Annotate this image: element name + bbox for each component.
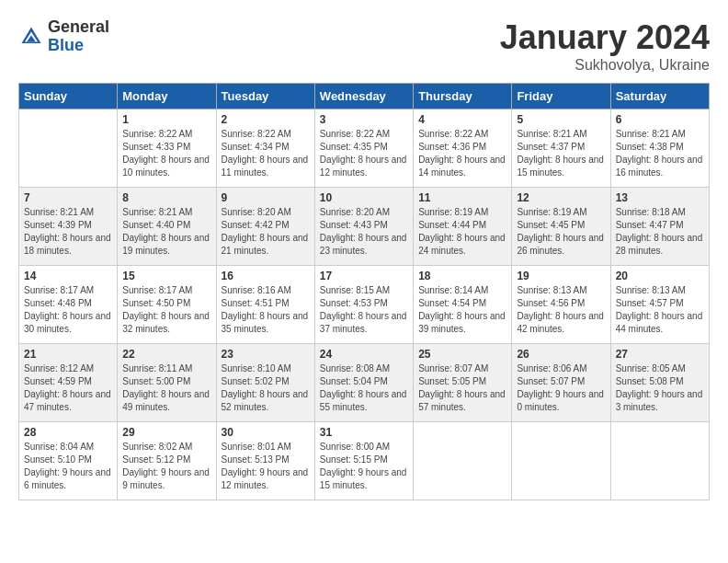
- calendar-cell: [512, 422, 610, 500]
- calendar-cell: 16Sunrise: 8:16 AM Sunset: 4:51 PM Dayli…: [216, 266, 314, 344]
- day-number: 12: [517, 191, 605, 204]
- weekday-header-saturday: Saturday: [610, 84, 709, 109]
- day-number: 25: [418, 348, 506, 361]
- day-number: 24: [320, 348, 408, 361]
- calendar-cell: 30Sunrise: 8:01 AM Sunset: 5:13 PM Dayli…: [216, 422, 314, 500]
- weekday-header-friday: Friday: [512, 84, 610, 109]
- month-title: January 2024: [500, 18, 710, 57]
- calendar-cell: 5Sunrise: 8:21 AM Sunset: 4:37 PM Daylig…: [512, 109, 610, 188]
- day-info: Sunrise: 8:14 AM Sunset: 4:54 PM Dayligh…: [418, 284, 506, 336]
- day-info: Sunrise: 8:20 AM Sunset: 4:42 PM Dayligh…: [222, 206, 310, 258]
- day-number: 30: [222, 426, 310, 439]
- weekday-header-wednesday: Wednesday: [314, 84, 413, 109]
- day-info: Sunrise: 8:08 AM Sunset: 5:04 PM Dayligh…: [320, 362, 408, 414]
- calendar-cell: 11Sunrise: 8:19 AM Sunset: 4:44 PM Dayli…: [414, 188, 512, 266]
- day-number: 20: [616, 270, 704, 282]
- day-info: Sunrise: 8:22 AM Sunset: 4:33 PM Dayligh…: [122, 128, 210, 179]
- calendar-cell: 20Sunrise: 8:13 AM Sunset: 4:57 PM Dayli…: [610, 266, 709, 344]
- day-info: Sunrise: 8:21 AM Sunset: 4:39 PM Dayligh…: [24, 206, 112, 258]
- day-number: 16: [222, 270, 310, 282]
- calendar-cell: 3Sunrise: 8:22 AM Sunset: 4:35 PM Daylig…: [314, 109, 413, 188]
- day-number: 5: [517, 113, 605, 126]
- day-number: 17: [320, 270, 408, 282]
- calendar-row: 28Sunrise: 8:04 AM Sunset: 5:10 PM Dayli…: [19, 422, 710, 500]
- calendar-cell: 23Sunrise: 8:10 AM Sunset: 5:02 PM Dayli…: [216, 344, 314, 422]
- weekday-header-monday: Monday: [118, 84, 216, 109]
- day-number: 21: [24, 348, 112, 361]
- calendar-cell: 18Sunrise: 8:14 AM Sunset: 4:54 PM Dayli…: [414, 266, 512, 344]
- day-info: Sunrise: 8:11 AM Sunset: 5:00 PM Dayligh…: [122, 362, 210, 414]
- calendar-cell: 27Sunrise: 8:05 AM Sunset: 5:08 PM Dayli…: [610, 344, 709, 422]
- calendar-cell: 12Sunrise: 8:19 AM Sunset: 4:45 PM Dayli…: [512, 188, 610, 266]
- day-info: Sunrise: 8:20 AM Sunset: 4:43 PM Dayligh…: [320, 206, 408, 258]
- day-number: 18: [418, 270, 506, 282]
- calendar-cell: 9Sunrise: 8:20 AM Sunset: 4:42 PM Daylig…: [216, 188, 314, 266]
- header: General Blue January 2024 Sukhovolya, Uk…: [18, 18, 710, 74]
- calendar-cell: 2Sunrise: 8:22 AM Sunset: 4:34 PM Daylig…: [216, 109, 314, 188]
- day-info: Sunrise: 8:21 AM Sunset: 4:37 PM Dayligh…: [517, 128, 605, 179]
- day-info: Sunrise: 8:22 AM Sunset: 4:36 PM Dayligh…: [418, 128, 506, 179]
- day-info: Sunrise: 8:18 AM Sunset: 4:47 PM Dayligh…: [616, 206, 704, 258]
- day-info: Sunrise: 8:06 AM Sunset: 5:07 PM Dayligh…: [517, 362, 605, 414]
- calendar-cell: 10Sunrise: 8:20 AM Sunset: 4:43 PM Dayli…: [314, 188, 413, 266]
- day-info: Sunrise: 8:12 AM Sunset: 4:59 PM Dayligh…: [24, 362, 112, 414]
- logo-icon: [18, 24, 44, 50]
- calendar-cell: 17Sunrise: 8:15 AM Sunset: 4:53 PM Dayli…: [314, 266, 413, 344]
- calendar-cell: 13Sunrise: 8:18 AM Sunset: 4:47 PM Dayli…: [610, 188, 709, 266]
- location-title: Sukhovolya, Ukraine: [500, 57, 710, 74]
- day-info: Sunrise: 8:01 AM Sunset: 5:13 PM Dayligh…: [222, 441, 310, 492]
- calendar-cell: 22Sunrise: 8:11 AM Sunset: 5:00 PM Dayli…: [118, 344, 216, 422]
- day-info: Sunrise: 8:13 AM Sunset: 4:56 PM Dayligh…: [517, 284, 605, 336]
- calendar-row: 1Sunrise: 8:22 AM Sunset: 4:33 PM Daylig…: [19, 109, 710, 188]
- day-info: Sunrise: 8:22 AM Sunset: 4:34 PM Dayligh…: [222, 128, 310, 179]
- day-number: 11: [418, 191, 506, 204]
- calendar-cell: 19Sunrise: 8:13 AM Sunset: 4:56 PM Dayli…: [512, 266, 610, 344]
- weekday-header-tuesday: Tuesday: [216, 84, 314, 109]
- weekday-header-thursday: Thursday: [414, 84, 512, 109]
- calendar-cell: 21Sunrise: 8:12 AM Sunset: 4:59 PM Dayli…: [19, 344, 118, 422]
- logo-blue-label: Blue: [48, 37, 109, 55]
- day-number: 19: [517, 270, 605, 282]
- day-info: Sunrise: 8:17 AM Sunset: 4:48 PM Dayligh…: [24, 284, 112, 336]
- day-info: Sunrise: 8:21 AM Sunset: 4:40 PM Dayligh…: [122, 206, 210, 258]
- calendar-cell: 7Sunrise: 8:21 AM Sunset: 4:39 PM Daylig…: [19, 188, 118, 266]
- calendar-cell: 1Sunrise: 8:22 AM Sunset: 4:33 PM Daylig…: [118, 109, 216, 188]
- calendar-row: 7Sunrise: 8:21 AM Sunset: 4:39 PM Daylig…: [19, 188, 710, 266]
- day-info: Sunrise: 8:00 AM Sunset: 5:15 PM Dayligh…: [320, 441, 408, 492]
- calendar-cell: [414, 422, 512, 500]
- day-info: Sunrise: 8:21 AM Sunset: 4:38 PM Dayligh…: [616, 128, 704, 179]
- logo-text: General Blue: [48, 18, 109, 55]
- calendar-cell: 4Sunrise: 8:22 AM Sunset: 4:36 PM Daylig…: [414, 109, 512, 188]
- title-block: January 2024 Sukhovolya, Ukraine: [500, 18, 710, 74]
- day-info: Sunrise: 8:04 AM Sunset: 5:10 PM Dayligh…: [24, 441, 112, 492]
- logo-general-label: General: [48, 18, 109, 37]
- calendar-cell: 14Sunrise: 8:17 AM Sunset: 4:48 PM Dayli…: [19, 266, 118, 344]
- day-number: 1: [122, 113, 210, 126]
- day-info: Sunrise: 8:05 AM Sunset: 5:08 PM Dayligh…: [616, 362, 704, 414]
- day-info: Sunrise: 8:13 AM Sunset: 4:57 PM Dayligh…: [616, 284, 704, 336]
- day-number: 2: [222, 113, 310, 126]
- day-number: 14: [24, 270, 112, 282]
- day-number: 26: [517, 348, 605, 361]
- day-info: Sunrise: 8:10 AM Sunset: 5:02 PM Dayligh…: [222, 362, 310, 414]
- weekday-header-sunday: Sunday: [19, 84, 118, 109]
- calendar-table: SundayMondayTuesdayWednesdayThursdayFrid…: [18, 83, 710, 500]
- calendar-row: 14Sunrise: 8:17 AM Sunset: 4:48 PM Dayli…: [19, 266, 710, 344]
- day-number: 3: [320, 113, 408, 126]
- calendar-row: 21Sunrise: 8:12 AM Sunset: 4:59 PM Dayli…: [19, 344, 710, 422]
- day-number: 23: [222, 348, 310, 361]
- day-number: 29: [122, 426, 210, 439]
- calendar-cell: 28Sunrise: 8:04 AM Sunset: 5:10 PM Dayli…: [19, 422, 118, 500]
- weekday-header-row: SundayMondayTuesdayWednesdayThursdayFrid…: [19, 84, 710, 109]
- calendar-cell: 29Sunrise: 8:02 AM Sunset: 5:12 PM Dayli…: [118, 422, 216, 500]
- day-info: Sunrise: 8:17 AM Sunset: 4:50 PM Dayligh…: [122, 284, 210, 336]
- day-number: 10: [320, 191, 408, 204]
- day-info: Sunrise: 8:02 AM Sunset: 5:12 PM Dayligh…: [122, 441, 210, 492]
- day-number: 27: [616, 348, 704, 361]
- day-number: 28: [24, 426, 112, 439]
- day-number: 8: [122, 191, 210, 204]
- calendar-cell: 24Sunrise: 8:08 AM Sunset: 5:04 PM Dayli…: [314, 344, 413, 422]
- day-number: 4: [418, 113, 506, 126]
- day-info: Sunrise: 8:16 AM Sunset: 4:51 PM Dayligh…: [222, 284, 310, 336]
- day-info: Sunrise: 8:15 AM Sunset: 4:53 PM Dayligh…: [320, 284, 408, 336]
